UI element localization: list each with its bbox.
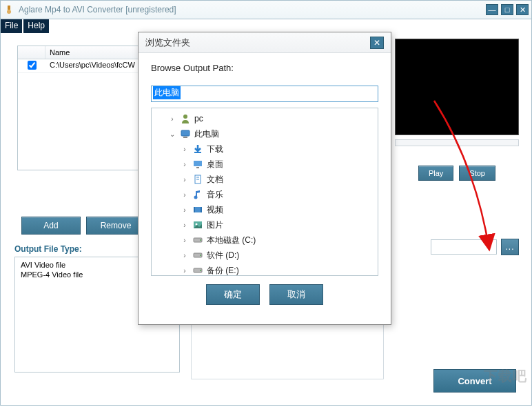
tree-twist-icon[interactable]: › [181, 176, 189, 183]
user-icon [179, 113, 192, 124]
tree-node-label: 图片 [207, 219, 223, 231]
tree-node-label: pc [194, 114, 203, 123]
tree-node[interactable]: ›本地磁盘 (C:) [153, 232, 376, 248]
tree-twist-icon[interactable]: › [181, 161, 189, 168]
tree-node[interactable]: ›pc [153, 111, 376, 126]
music-icon [192, 189, 204, 200]
svg-point-18 [200, 239, 201, 241]
remove-button[interactable]: Remove [86, 217, 145, 235]
tree-node[interactable]: ›文档 [153, 172, 376, 187]
tree-node[interactable]: ›视频 [153, 202, 376, 217]
drive-icon [192, 250, 204, 261]
tree-node-label: 软件 (D:) [207, 250, 239, 261]
dialog-title: 浏览文件夹 [145, 37, 370, 49]
video-preview [395, 39, 519, 135]
svg-rect-6 [194, 161, 202, 166]
svg-point-1 [7, 10, 11, 14]
doc-icon [192, 174, 204, 185]
drive-icon [192, 265, 204, 276]
preview-seek-bar[interactable] [395, 139, 519, 146]
minimize-button[interactable]: — [486, 4, 498, 15]
tree-node-label: 桌面 [207, 159, 223, 170]
tree-node-label: 备份 (E:) [207, 265, 239, 277]
dialog-close-button[interactable]: ✕ [370, 37, 384, 49]
video-icon [192, 204, 204, 215]
svg-rect-5 [194, 152, 201, 153]
tree-node[interactable]: ›桌面 [153, 157, 376, 172]
output-path-input[interactable] [431, 239, 497, 255]
svg-rect-14 [201, 207, 202, 212]
tree-node-label: 本地磁盘 (C:) [207, 235, 256, 246]
tree-node-label: 文档 [207, 174, 223, 186]
tree-twist-icon[interactable]: › [181, 221, 189, 229]
tree-node-label: 音乐 [207, 189, 223, 201]
tree-twist-icon[interactable]: ⌄ [168, 130, 176, 138]
dialog-ok-button[interactable]: 确定 [206, 284, 260, 305]
add-button[interactable]: Add [21, 217, 81, 235]
svg-rect-3 [181, 130, 190, 136]
svg-rect-7 [196, 167, 199, 168]
tree-twist-icon[interactable]: › [181, 146, 189, 153]
download-icon [192, 143, 204, 155]
tree-twist-icon[interactable]: › [181, 191, 189, 199]
tree-node[interactable]: ›下载 [153, 141, 376, 157]
tree-twist-icon[interactable]: › [168, 115, 176, 123]
watermark: 下载吧 [484, 367, 527, 386]
output-file-type-label: Output File Type: [14, 244, 82, 254]
svg-rect-13 [194, 207, 195, 212]
tree-node-label: 视频 [207, 204, 223, 216]
svg-point-11 [194, 196, 198, 199]
browse-button[interactable]: ... [501, 239, 519, 255]
tree-node-label: 此电脑 [194, 128, 219, 140]
tree-node[interactable]: ›备份 (E:) [153, 263, 376, 276]
menu-file[interactable]: File [1, 19, 22, 33]
window-title: Aglare Mp4 to AVI Converter [unregistere… [19, 5, 486, 14]
menubar: File Help [0, 19, 532, 33]
tree-twist-icon[interactable]: › [181, 237, 189, 244]
tree-twist-icon[interactable]: › [181, 206, 189, 214]
svg-point-2 [183, 115, 187, 119]
svg-point-22 [200, 270, 201, 271]
tree-twist-icon[interactable]: › [181, 252, 189, 259]
pic-icon [192, 219, 204, 230]
tree-node[interactable]: ›软件 (D:) [153, 248, 376, 263]
folder-tree[interactable]: ›pc⌄此电脑›下载›桌面›文档›音乐›视频›图片›本地磁盘 (C:)›软件 (… [151, 108, 378, 276]
browse-folder-dialog: 浏览文件夹 ✕ Browse Output Path: 此电脑 ›pc⌄此电脑›… [138, 32, 391, 325]
svg-point-20 [200, 255, 201, 256]
stop-button[interactable]: Stop [459, 166, 495, 181]
tree-node-label: 下载 [207, 143, 223, 155]
row-checkbox[interactable] [28, 61, 37, 70]
titlebar: Aglare Mp4 to AVI Converter [unregistere… [0, 0, 532, 19]
dialog-cancel-button[interactable]: 取消 [269, 284, 323, 305]
checkbox-column-header[interactable] [18, 46, 45, 59]
tree-node[interactable]: ›音乐 [153, 187, 376, 202]
drive-icon [192, 235, 204, 246]
tree-node[interactable]: ›图片 [153, 217, 376, 232]
desktop-icon [192, 159, 204, 170]
dialog-path-input[interactable]: 此电脑 [151, 86, 378, 102]
pc-icon [179, 128, 192, 139]
app-icon [3, 4, 14, 15]
svg-rect-4 [183, 137, 187, 138]
close-button[interactable]: ✕ [516, 4, 529, 15]
maximize-button[interactable]: □ [501, 4, 513, 15]
menu-help[interactable]: Help [23, 19, 49, 33]
tree-twist-icon[interactable]: › [181, 267, 189, 275]
svg-rect-0 [8, 6, 10, 10]
dialog-label: Browse Output Path: [151, 63, 378, 73]
tree-node[interactable]: ⌄此电脑 [153, 126, 376, 141]
play-button[interactable]: Play [418, 166, 453, 181]
